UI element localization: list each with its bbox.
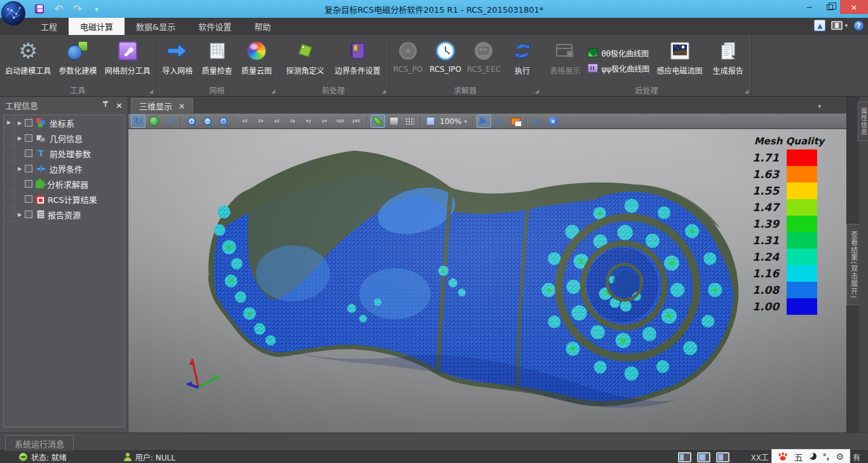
solver-rcs-eec-button[interactable]: RCS_EEC <box>465 38 503 75</box>
view-xy-button[interactable]: xy <box>301 114 316 128</box>
quality-cloud-map-button[interactable]: 质量云图 <box>238 38 275 77</box>
viewport-toolbar: ↻ ↗ + − ⊕ xz zx yz zy xy yx xyz yxz 100% <box>128 113 846 129</box>
tab-help[interactable]: 帮助 <box>243 18 282 35</box>
solver-rcs-po-button[interactable]: RCS_PO <box>390 38 426 75</box>
induced-current-map-button[interactable]: 感应电磁流图 <box>654 38 705 77</box>
expander-icon[interactable]: ▶ <box>15 166 25 172</box>
solver-rcs-ipo-button[interactable]: RCS_IPO <box>427 38 464 75</box>
tree-item-geometry-info[interactable]: ▶ 几何信息 <box>4 130 124 146</box>
parametric-modeling-button[interactable]: 参数化建模 <box>56 38 99 77</box>
app-logo-icon[interactable] <box>1 1 25 25</box>
rotate-view-button[interactable]: ↻ <box>131 114 146 128</box>
close-button[interactable]: × <box>840 0 868 14</box>
zoom-in-button[interactable]: + <box>184 114 199 128</box>
tab-project[interactable]: 工程 <box>29 18 69 35</box>
view-yx-button[interactable]: yx <box>317 114 332 128</box>
result-icon <box>36 195 44 204</box>
boundary-condition-settings-button[interactable]: 边界条件设置 <box>332 38 383 77</box>
layout-wide-panel-icon[interactable] <box>697 452 710 462</box>
flat-view-button[interactable] <box>386 114 401 128</box>
view-zx-button[interactable]: zx <box>254 114 268 128</box>
tab-software-settings[interactable]: 软件设置 <box>187 18 243 35</box>
ribbon-group-mesh: 导入网格 质量检查 质量云图 网格 ◢ <box>156 35 278 96</box>
view-iso1-button[interactable]: xyz <box>333 114 348 128</box>
ribbon-group-preprocess: 探测角定义 边界条件设置 前处理 ◢ <box>278 35 389 96</box>
pin-icon[interactable] <box>102 101 109 109</box>
moon-icon[interactable] <box>810 453 817 460</box>
help-button[interactable]: ? <box>853 20 864 31</box>
shaded-view-button[interactable] <box>370 114 385 128</box>
expander-icon[interactable]: ▶ <box>15 212 25 218</box>
theta-polarization-curve-button[interactable]: θθ极化曲线图 <box>588 48 649 59</box>
share-link-button[interactable]: ⋖ <box>530 114 545 128</box>
view-zy-button[interactable]: zy <box>285 114 300 128</box>
quality-check-button[interactable]: 质量检查 <box>199 38 236 77</box>
copy-view-button[interactable] <box>508 114 523 128</box>
mesh-partition-tool-button[interactable]: 网格剖分工具 <box>102 38 153 77</box>
checkbox[interactable] <box>25 195 32 203</box>
ime-settings-icon[interactable]: ⚙ <box>836 452 844 462</box>
tree-item-analysis-solver[interactable]: 分析求解器 <box>4 176 124 191</box>
tree-item-report-resources[interactable]: ▶ 报告资源 <box>4 207 124 222</box>
tab-close-icon[interactable]: × <box>179 102 185 111</box>
minimize-button[interactable]: − <box>799 0 820 14</box>
tab-em-computation[interactable]: 电磁计算 <box>69 18 125 35</box>
zoom-dynamic-button[interactable]: ↗ <box>163 114 177 128</box>
tab-view-results[interactable]: 查看结果(双击展开) <box>846 224 860 306</box>
group-dialog-launcher-icon[interactable]: ◢ <box>382 89 386 94</box>
legend-band <box>787 249 817 265</box>
legend-band <box>787 199 817 216</box>
checkbox[interactable] <box>25 119 32 127</box>
checkbox[interactable] <box>25 149 32 157</box>
restore-button[interactable] <box>820 0 840 14</box>
probe-angle-define-button[interactable]: 探测角定义 <box>283 38 327 77</box>
checkbox[interactable] <box>25 180 32 188</box>
drop-down-tool-button[interactable]: ↓ <box>492 114 507 128</box>
zoom-fit-button[interactable]: ⊕ <box>216 114 231 128</box>
import-mesh-button[interactable]: 导入网格 <box>159 38 196 77</box>
display-mode-button[interactable]: ▾ <box>831 21 848 30</box>
checkbox[interactable] <box>25 165 32 172</box>
pan-view-button[interactable] <box>147 114 161 128</box>
group-dialog-launcher-icon[interactable]: ◢ <box>745 89 749 94</box>
tree-item-coordinate-system[interactable]: ▶ ▶ 坐标系 <box>4 115 124 130</box>
group-dialog-launcher-icon[interactable]: ◢ <box>271 89 275 94</box>
view-xz-button[interactable]: xz <box>238 114 252 128</box>
group-dialog-launcher-icon[interactable]: ◢ <box>535 89 539 94</box>
tree-item-boundary-conditions[interactable]: ▶ 边界条件 <box>4 161 124 176</box>
punctuation-icon[interactable]: °, <box>823 452 830 461</box>
ime-toolbar[interactable]: 五 °, ⚙ <box>771 449 850 463</box>
layout-split-icon[interactable] <box>716 452 729 462</box>
tab-data-display[interactable]: 数据&显示 <box>125 18 187 35</box>
tree-item-preprocess-params[interactable]: T 前处理参数 <box>4 146 124 161</box>
table-display-button[interactable]: 表格展示 <box>546 38 583 77</box>
grid-view-button[interactable] <box>402 114 417 128</box>
group-dialog-launcher-icon[interactable]: ◢ <box>149 89 153 94</box>
layout-left-panel-icon[interactable] <box>678 452 691 462</box>
tab-system-messages[interactable]: 系统运行消息 <box>5 435 74 451</box>
collapse-ribbon-button[interactable]: ▲ <box>814 20 825 31</box>
expander-icon[interactable]: ▶ <box>15 120 25 126</box>
panel-close-icon[interactable]: × <box>116 101 123 109</box>
checkbox[interactable] <box>25 134 32 142</box>
tab-property-info[interactable]: 属性信息 <box>858 102 868 141</box>
tab-3d-view[interactable]: 三维显示 × <box>131 98 193 113</box>
view-iso2-button[interactable]: yxz <box>349 114 363 128</box>
generate-report-button[interactable]: 生成报告 <box>710 38 747 77</box>
clear-view-button[interactable]: × <box>546 114 560 128</box>
execute-button[interactable]: 执行 <box>504 38 541 77</box>
picture-icon <box>669 41 691 60</box>
view-yz-button[interactable]: yz <box>269 114 284 128</box>
checkbox[interactable] <box>25 211 32 218</box>
tree-item-rcs-results[interactable]: RCS计算结果 <box>4 191 124 207</box>
select-mode-button[interactable] <box>477 114 491 128</box>
expander-icon[interactable]: ▶ <box>15 135 25 141</box>
zoom-out-button[interactable]: − <box>200 114 215 128</box>
ime-mode-label[interactable]: 五 <box>794 450 803 463</box>
launch-modeling-tool-button[interactable]: ⚙ 启动建模工具 <box>3 38 53 77</box>
tag-icon <box>295 41 315 60</box>
zoom-level-select[interactable]: 100% ▾ <box>424 117 470 126</box>
3d-viewport[interactable]: Mesh Quality 1.71 1.63 1.55 1.47 1.39 1.… <box>128 129 846 432</box>
psi-polarization-curve-button[interactable]: ψψ极化曲线图 <box>588 63 649 74</box>
tab-list-dropdown-icon[interactable]: ▾ <box>818 103 821 109</box>
